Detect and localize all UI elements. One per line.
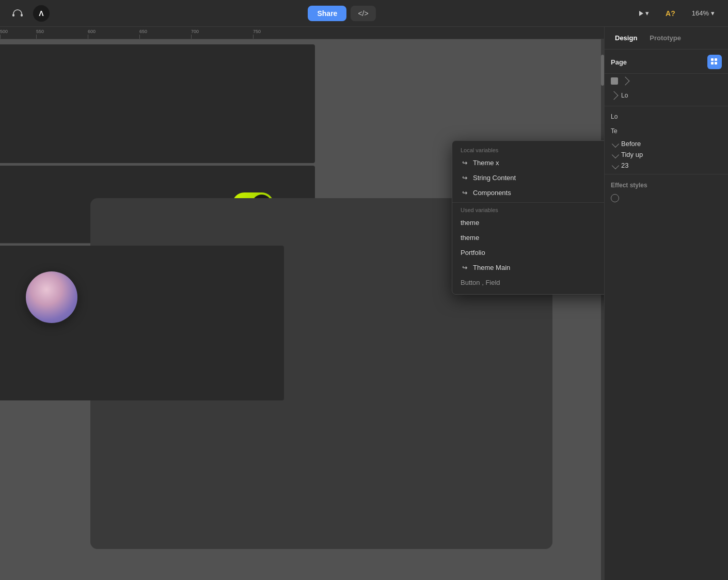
- horizontal-ruler: 500 550 600 650 700 750: [0, 27, 604, 39]
- panel-scroll: Lo Lo Te Before Tidy up 23: [605, 74, 728, 580]
- string-content-label: String Content: [473, 174, 604, 182]
- components-label: Components: [473, 189, 604, 197]
- panel-row-loc1[interactable]: Lo: [605, 88, 728, 103]
- svg-rect-1: [21, 14, 23, 17]
- theme-2-label: theme: [461, 234, 604, 241]
- panel-row-loc2[interactable]: Lo: [605, 109, 728, 124]
- variables-dropdown: Local variables ↪ Theme x ↪ String Conte…: [452, 140, 604, 295]
- svg-rect-5: [715, 62, 717, 65]
- indent-icon-theme-main: ↪: [461, 264, 469, 271]
- svg-rect-3: [715, 58, 717, 61]
- right-panel: Design Prototype Page: [604, 27, 728, 580]
- topbar-center: Share </>: [308, 6, 375, 21]
- svg-rect-0: [12, 14, 14, 17]
- svg-rect-2: [711, 58, 714, 61]
- collapse-arrow-before: [612, 140, 619, 147]
- frame-bottom: [0, 246, 284, 400]
- tidy-up-row[interactable]: Tidy up: [607, 149, 726, 160]
- zoom-button[interactable]: 164% ▾: [687, 6, 720, 21]
- tex-partial-label: Te: [611, 127, 618, 135]
- headphones-button[interactable]: [8, 4, 27, 23]
- dropdown-item-components[interactable]: ↪ Components: [452, 185, 604, 200]
- button-field-label: Button , Field: [461, 279, 604, 286]
- collapse-arrow-tidy: [612, 151, 619, 158]
- theme-x-label: Theme x: [473, 159, 604, 167]
- indent-icon-components: ↪: [461, 189, 469, 197]
- used-variables-label: Used variables: [452, 205, 604, 215]
- svg-rect-4: [711, 62, 714, 65]
- theme-main-label: Theme Main: [473, 264, 604, 271]
- scroll-thumb-vertical[interactable]: [601, 55, 604, 86]
- dropdown-item-theme-x[interactable]: ↪ Theme x: [452, 155, 604, 170]
- effect-styles-section: Effect styles: [605, 178, 728, 206]
- play-icon: [639, 11, 643, 16]
- play-button[interactable]: ▾: [634, 6, 654, 21]
- before-row[interactable]: Before: [607, 138, 726, 149]
- topbar-right: ▾ A? 164% ▾: [634, 6, 720, 21]
- portfolio-label: Portfolio: [461, 249, 604, 256]
- dropdown-item-string-content[interactable]: ↪ String Content: [452, 170, 604, 185]
- effect-styles-title: Effect styles: [611, 182, 722, 189]
- frame-top: [0, 44, 315, 163]
- page-header: Page: [605, 50, 728, 74]
- dropdown-item-theme-main[interactable]: ↪ Theme Main: [452, 260, 604, 275]
- dropdown-item-portfolio[interactable]: Portfolio: [452, 245, 604, 260]
- local-variables-label: Local variables: [452, 145, 604, 155]
- chevron-right-icon-1: [621, 77, 630, 86]
- indent-icon-string-content: ↪: [461, 174, 469, 182]
- loc1-partial-label: Lo: [621, 92, 628, 99]
- label-23: 23: [621, 162, 720, 169]
- panel-row-tex[interactable]: Te: [605, 124, 728, 138]
- panel-tabs: Design Prototype: [605, 27, 728, 50]
- indent-icon-theme-x: ↪: [461, 159, 469, 167]
- topbar-left: Λ: [8, 4, 50, 23]
- a-check-button[interactable]: A?: [660, 6, 680, 21]
- theme-1-label: theme: [461, 219, 604, 227]
- share-button[interactable]: Share: [308, 6, 346, 21]
- panel-row-1: [605, 74, 728, 88]
- dropdown-item-theme-1[interactable]: theme: [452, 215, 604, 230]
- dropdown-separator-1: [452, 202, 604, 203]
- topbar: Λ Share </> ▾ A? 164% ▾: [0, 0, 728, 27]
- dropdown-item-button-field[interactable]: Button , Field: [452, 275, 604, 290]
- orb-element: [26, 271, 77, 323]
- row-23[interactable]: 23: [607, 160, 726, 171]
- collapse-arrow-23: [612, 162, 619, 169]
- canvas-content: [0, 39, 604, 580]
- small-square-icon: [611, 77, 618, 85]
- dropdown-item-theme-2[interactable]: theme: [452, 230, 604, 245]
- effect-icon: [611, 194, 619, 202]
- page-title: Page: [611, 58, 627, 66]
- chevron-right-icon-loc1: [610, 91, 619, 100]
- logo-icon: Λ: [33, 5, 50, 22]
- separator-1: [605, 106, 728, 106]
- separator-2: [605, 174, 728, 174]
- code-button[interactable]: </>: [351, 6, 375, 21]
- tab-design[interactable]: Design: [611, 31, 641, 45]
- before-label: Before: [621, 140, 720, 148]
- tab-prototype[interactable]: Prototype: [645, 31, 685, 45]
- main-area: 500 550 600 650 700 750: [0, 27, 728, 580]
- tidy-up-label: Tidy up: [621, 151, 720, 158]
- canvas-area[interactable]: 500 550 600 650 700 750: [0, 27, 604, 580]
- loc2-partial-label: Lo: [611, 113, 618, 120]
- page-icon-button[interactable]: [707, 55, 722, 69]
- scroll-track-vertical: [601, 39, 604, 580]
